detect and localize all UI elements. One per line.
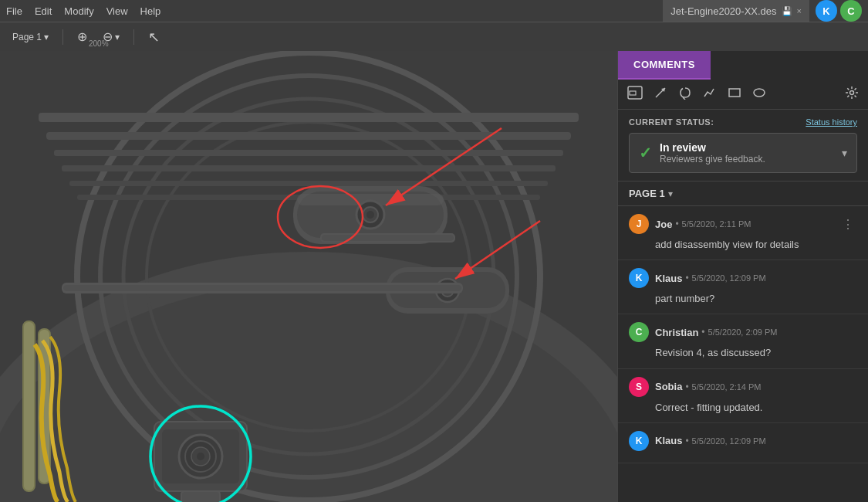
status-history-link[interactable]: Status history — [806, 117, 857, 127]
zoom-in-icon: ⊕ — [77, 29, 87, 44]
comment-dot: • — [675, 219, 678, 229]
page-dropdown-icon[interactable]: ▾ — [668, 188, 673, 199]
comment-item: K Klaus • 5/5/2020, 12:09 PM part number… — [618, 260, 868, 314]
status-title: In review — [660, 141, 834, 154]
svg-rect-28 — [23, 321, 35, 491]
comment-dot: • — [685, 273, 688, 283]
menu-file[interactable]: File — [6, 5, 22, 17]
avatar: J — [629, 214, 649, 234]
comment-meta: Joe • 5/5/2020, 2:11 PM — [655, 219, 833, 230]
avatar-c: C — [840, 0, 862, 22]
comment-header: K Klaus • 5/5/2020, 12:09 PM — [629, 268, 857, 288]
tab-comments[interactable]: COMMENTS — [618, 51, 711, 80]
file-tab-close[interactable]: × — [797, 6, 802, 15]
svg-rect-43 — [630, 91, 636, 95]
svg-point-18 — [366, 211, 374, 219]
avatar: S — [629, 377, 649, 397]
status-header: CURRENT STATUS: Status history — [629, 117, 857, 127]
svg-line-54 — [847, 88, 849, 90]
toolbar-sep-1 — [62, 29, 63, 45]
comment-text: part number? — [629, 292, 857, 306]
status-text-group: In review Reviewers give feedback. — [660, 141, 834, 165]
status-dropdown-icon[interactable]: ▾ — [842, 147, 847, 159]
toolbar: Page 1 ▾ 200% ⊕ ⊖ ▾ ↖ — [0, 22, 868, 51]
menu-edit[interactable]: Edit — [35, 5, 52, 17]
avatar: C — [629, 322, 649, 342]
svg-rect-36 — [181, 491, 220, 502]
comment-header: C Christian • 5/5/2020, 2:09 PM — [629, 322, 857, 342]
tab-comments-label: COMMENTS — [633, 59, 695, 70]
file-save-icon: 💾 — [782, 6, 792, 16]
settings-tool-icon[interactable] — [845, 86, 859, 103]
comment-item: K Klaus • 5/5/2020, 12:09 PM — [618, 423, 868, 463]
comment-dot: • — [685, 382, 688, 392]
menu-modify[interactable]: Modify — [64, 5, 93, 17]
toolbar-sep-2 — [133, 29, 134, 45]
canvas-svg — [0, 51, 617, 502]
status-section-label: CURRENT STATUS: — [629, 117, 714, 127]
comment-meta: Sobia • 5/5/2020, 2:14 PM — [655, 381, 857, 392]
page-selector[interactable]: Page 1 ▾ — [8, 30, 53, 44]
comment-time: 5/5/2020, 2:14 PM — [692, 382, 762, 392]
status-subtitle: Reviewers give feedback. — [660, 154, 834, 165]
comment-text: Correct - fitting updated. — [629, 401, 857, 415]
lasso-tool-icon[interactable] — [678, 86, 692, 103]
pointer-tool-btn[interactable]: ↖ — [144, 27, 164, 47]
comment-item: S Sobia • 5/5/2020, 2:14 PM Correct - fi… — [618, 369, 868, 423]
svg-line-57 — [847, 96, 849, 97]
comment-dot: • — [701, 327, 704, 337]
rect-tool-icon[interactable] — [728, 86, 741, 103]
comment-meta: Christian • 5/5/2020, 2:09 PM — [655, 327, 857, 338]
comment-dot: • — [685, 436, 688, 446]
page-dropdown-icon: ▾ — [44, 32, 49, 42]
menu-help[interactable]: Help — [140, 5, 161, 17]
menu-bar: File Edit Modify View Help Jet-Engine202… — [0, 0, 868, 22]
svg-rect-7 — [39, 113, 579, 122]
comment-author: Sobia — [655, 381, 682, 392]
status-check-icon: ✓ — [639, 144, 652, 162]
pointer-icon: ↖ — [148, 29, 160, 46]
comment-meta: Klaus • 5/5/2020, 12:09 PM — [655, 273, 857, 284]
svg-rect-25 — [322, 235, 454, 241]
svg-rect-9 — [54, 150, 563, 156]
zoom-fit-dropdown-icon: ▾ — [115, 32, 120, 42]
markup-tool-icon[interactable] — [627, 86, 643, 103]
comment-more-icon[interactable]: ⋮ — [839, 217, 857, 232]
page-section: PAGE 1 ▾ — [618, 181, 868, 206]
comment-tools — [618, 80, 868, 110]
comment-header: J Joe • 5/5/2020, 2:11 PM ⋮ — [629, 214, 857, 234]
main-content: COMMENTS — [0, 51, 868, 502]
canvas-area[interactable] — [0, 51, 617, 502]
comments-list: J Joe • 5/5/2020, 2:11 PM ⋮ add disassem… — [618, 206, 868, 502]
avatar-area: K C — [809, 0, 868, 22]
page-label: PAGE 1 — [629, 188, 665, 199]
page-label: Page 1 — [12, 32, 42, 42]
comment-text: Revision 4, as discussed? — [629, 346, 857, 360]
svg-point-35 — [197, 453, 204, 460]
file-tab-name: Jet-Engine2020-XX.des — [670, 5, 776, 17]
comment-item: J Joe • 5/5/2020, 2:11 PM ⋮ add disassem… — [618, 206, 868, 260]
svg-rect-42 — [628, 86, 642, 99]
ellipse-tool-icon[interactable] — [752, 86, 766, 103]
comment-meta: Klaus • 5/5/2020, 12:09 PM — [655, 435, 857, 446]
svg-rect-47 — [729, 89, 740, 97]
chart-tool-icon[interactable] — [703, 86, 717, 103]
comment-text: add disassembly view for details — [629, 238, 857, 252]
svg-rect-27 — [63, 285, 461, 291]
comment-time: 5/5/2020, 2:11 PM — [682, 219, 751, 229]
comment-header: S Sobia • 5/5/2020, 2:14 PM — [629, 377, 857, 397]
svg-point-48 — [754, 89, 765, 97]
comment-author: Joe — [655, 219, 672, 230]
comment-author: Klaus — [655, 435, 682, 446]
arrow-tool-icon[interactable] — [654, 86, 667, 103]
svg-line-55 — [855, 96, 856, 97]
file-tab[interactable]: Jet-Engine2020-XX.des 💾 × — [663, 0, 809, 22]
tab-area: Jet-Engine2020-XX.des 💾 × K C — [663, 0, 868, 22]
comment-time: 5/5/2020, 12:09 PM — [692, 436, 766, 446]
avatar: K — [629, 268, 649, 288]
comment-author: Klaus — [655, 273, 682, 284]
comment-header: K Klaus • 5/5/2020, 12:09 PM — [629, 431, 857, 451]
status-section: CURRENT STATUS: Status history ✓ In revi… — [618, 110, 868, 181]
status-box[interactable]: ✓ In review Reviewers give feedback. ▾ — [629, 133, 857, 173]
menu-view[interactable]: View — [106, 5, 128, 17]
